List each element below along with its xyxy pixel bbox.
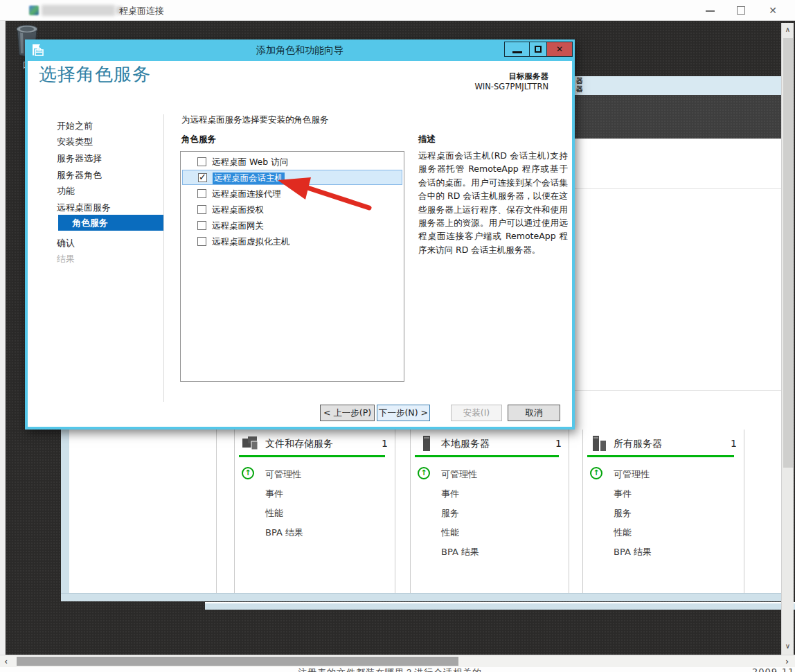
tile-count: 1: [555, 438, 562, 449]
role-row-rd-gateway[interactable]: 远程桌面网关: [182, 218, 402, 234]
tile-title[interactable]: 文件和存储服务: [265, 438, 333, 450]
nav-before-you-begin[interactable]: 开始之前: [57, 120, 93, 132]
nav-features[interactable]: 功能: [57, 185, 75, 197]
tile-green-rule: [587, 455, 734, 457]
role-label[interactable]: 远程桌面 Web 访问: [212, 157, 288, 168]
host-minimize-button[interactable]: [695, 0, 725, 21]
nav-content-divider: [163, 114, 164, 402]
tile-count: 1: [382, 438, 388, 449]
host-close-button[interactable]: ✕: [758, 0, 788, 21]
host-title-fragment: 程桌面连接: [119, 5, 164, 17]
wizard-close-button[interactable]: ✕: [546, 42, 573, 57]
role-label[interactable]: 远程桌面网关: [212, 220, 264, 232]
role-services-listbox[interactable]: 远程桌面 Web 访问 ✓ 远程桌面会话主机 远程桌面连接代理 远程桌面授权 远…: [180, 151, 404, 382]
wizard-maximize-button[interactable]: [529, 42, 547, 57]
server-manager-titlebar-fragment: 器 器: [575, 76, 781, 95]
nav-server-selection[interactable]: 服务器选择: [57, 152, 102, 165]
description-text: 远程桌面会话主机(RD 会话主机)支持服务器托管 RemoteApp 程序或基于…: [418, 149, 568, 256]
manageability-status-icon: ↑: [418, 467, 430, 479]
role-services-list-label: 角色服务: [181, 134, 216, 145]
checkbox-unchecked[interactable]: [197, 205, 206, 214]
page-title: 选择角色服务: [39, 62, 151, 87]
manageability-status-icon: ↑: [590, 467, 602, 479]
tile-item-bpa-results[interactable]: BPA 结果: [441, 546, 479, 558]
description-label: 描述: [418, 134, 436, 145]
role-row-rd-web-access[interactable]: 远程桌面 Web 访问: [182, 154, 402, 170]
tile-title[interactable]: 所有服务器: [614, 438, 662, 450]
horizontal-scrollbar[interactable]: ‹ ›: [0, 655, 795, 667]
tile-item-events[interactable]: 事件: [265, 488, 283, 500]
next-button[interactable]: 下一步(N) >: [377, 405, 430, 421]
tile-item-performance[interactable]: 性能: [265, 507, 283, 520]
role-row-rd-session-host[interactable]: ✓ 远程桌面会话主机: [182, 170, 402, 185]
tile-title[interactable]: 本地服务器: [441, 438, 490, 450]
role-row-rd-licensing[interactable]: 远程桌面授权: [182, 202, 402, 218]
nav-installation-type[interactable]: 安装类型: [57, 136, 93, 148]
role-row-rd-virtualization-host[interactable]: 远程桌面虚拟化主机: [182, 234, 402, 250]
nav-server-roles[interactable]: 服务器角色: [57, 169, 102, 182]
checkbox-checked[interactable]: ✓: [198, 173, 207, 182]
redacted-title-blur: [42, 5, 115, 16]
cancel-button[interactable]: 取消: [508, 405, 560, 421]
all-servers-icon: [590, 435, 608, 452]
tile-count: 1: [731, 438, 737, 449]
wizard-title: 添加角色和功能向导: [25, 44, 575, 57]
tile-item-bpa-results[interactable]: BPA 结果: [265, 527, 303, 539]
add-roles-features-wizard-dialog: 添加角色和功能向导 ✕ 选择角色服务 目标服务器 WIN-SG7PMJLTTRN…: [25, 39, 575, 430]
wizard-titlebar[interactable]: 添加角色和功能向导 ✕: [25, 39, 575, 61]
tile-column-divider: [216, 430, 217, 593]
tile-item-manageability[interactable]: 可管理性: [614, 468, 650, 481]
checkbox-unchecked[interactable]: [197, 237, 206, 246]
nav-remote-desktop-services[interactable]: 远程桌面服务: [57, 202, 111, 214]
target-server-block: 目标服务器 WIN-SG7PMJLTTRN: [474, 71, 548, 92]
tile-local-server[interactable]: 本地服务器 1 ↑ 可管理性 事件 服务 性能 BPA 结果: [410, 430, 569, 593]
tile-item-bpa-results[interactable]: BPA 结果: [614, 546, 652, 558]
file-storage-services-icon: [242, 435, 260, 452]
background-window-edge: [205, 602, 795, 610]
tile-item-manageability[interactable]: 可管理性: [441, 468, 477, 481]
tile-item-services[interactable]: 服务: [614, 507, 632, 520]
manageability-status-icon: ↑: [242, 467, 254, 479]
clipped-status-text: 注册表的文件都装在哪里？进行会话相关的: [298, 666, 482, 672]
tile-item-events[interactable]: 事件: [441, 488, 459, 500]
previous-button[interactable]: < 上一步(P): [320, 405, 375, 421]
vertical-scrollbar[interactable]: ∧ ∨: [781, 23, 794, 655]
checkbox-unchecked[interactable]: [197, 221, 206, 230]
tile-item-performance[interactable]: 性能: [614, 527, 632, 539]
host-maximize-button[interactable]: [726, 0, 756, 21]
rdp-client-window: 回 器 器 文件和存储服务 1 ↑ 可管理性 事件 性能 BPA 结果: [0, 0, 795, 672]
role-label[interactable]: 远程桌面授权: [212, 204, 264, 216]
tile-all-servers[interactable]: 所有服务器 1 ↑ 可管理性 事件 服务 性能 BPA 结果: [582, 430, 744, 593]
role-label[interactable]: 远程桌面虚拟化主机: [212, 236, 290, 248]
server-manager-window-frame: [61, 430, 69, 601]
scroll-up-arrow-icon[interactable]: ∧: [782, 26, 794, 33]
scroll-right-arrow-icon[interactable]: ›: [785, 656, 789, 666]
nav-confirmation[interactable]: 确认: [57, 237, 75, 249]
nav-role-services-selected[interactable]: 角色服务: [58, 215, 163, 231]
server-manager-window-frame: [61, 593, 781, 601]
instruction-text: 为远程桌面服务选择要安装的角色服务: [181, 114, 329, 126]
checkbox-unchecked[interactable]: [197, 189, 206, 198]
tile-file-storage-services[interactable]: 文件和存储服务 1 ↑ 可管理性 事件 性能 BPA 结果: [234, 430, 395, 593]
role-label-selected[interactable]: 远程桌面会话主机: [213, 173, 285, 184]
role-row-rd-connection-broker[interactable]: 远程桌面连接代理: [182, 186, 402, 202]
wizard-minimize-button[interactable]: [504, 42, 530, 57]
server-manager-dark-header: [575, 95, 781, 139]
install-button[interactable]: 安装(I): [451, 405, 502, 421]
scroll-down-arrow-icon[interactable]: ∨: [782, 642, 794, 650]
tile-item-performance[interactable]: 性能: [441, 527, 459, 539]
tile-item-services[interactable]: 服务: [441, 507, 459, 520]
tile-green-rule: [239, 455, 385, 457]
clipped-status-date: 2009-11-29: [752, 666, 795, 672]
server-manager-title-text-fragment: 器: [576, 85, 583, 94]
divider: [575, 188, 781, 189]
vertical-scrollbar-thumb[interactable]: [783, 38, 793, 468]
horizontal-scrollbar-thumb[interactable]: [17, 657, 458, 666]
scroll-left-arrow-icon[interactable]: ‹: [4, 656, 8, 666]
role-label[interactable]: 远程桌面连接代理: [212, 188, 281, 200]
nav-results: 结果: [57, 253, 75, 265]
tile-item-manageability[interactable]: 可管理性: [265, 468, 301, 481]
checkbox-unchecked[interactable]: [197, 157, 206, 166]
host-titlebar[interactable]: 程桌面连接 ✕: [0, 0, 795, 21]
tile-item-events[interactable]: 事件: [614, 488, 632, 500]
